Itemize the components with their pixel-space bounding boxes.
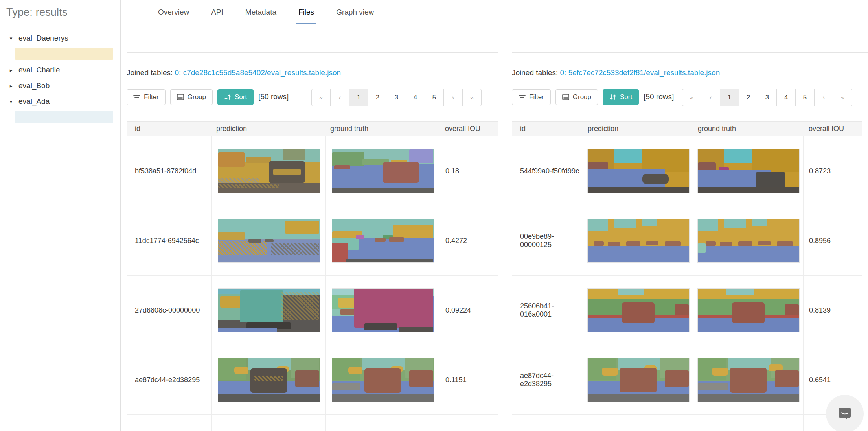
joined-tables-label: Joined tables: (512, 68, 558, 77)
id-cell: bf538a51-8782f04d (127, 136, 211, 206)
first-page-button[interactable]: « (682, 89, 701, 106)
table-row: ae87dc44-e2d38295 0.6541 (512, 345, 862, 415)
artifact-version-item[interactable] (15, 48, 113, 60)
prediction-segmentation-image[interactable] (218, 358, 320, 402)
page-title: Type: results (6, 6, 120, 18)
group-button[interactable]: Group (170, 89, 213, 105)
id-cell: ae87dc44-e2d38295 (127, 345, 211, 414)
joined-tables-link[interactable]: 0: 5efc7ec72c533def2f81/eval_results.tab… (560, 68, 720, 77)
panel-header-strip (512, 24, 868, 53)
prediction-cell (211, 276, 326, 345)
page-button-4[interactable]: 4 (406, 89, 425, 106)
prediction-segmentation-image[interactable] (218, 149, 320, 193)
sort-icon (609, 94, 616, 100)
last-page-button[interactable]: » (462, 89, 482, 106)
prediction-cell (583, 345, 693, 414)
artifact-tree: ▾ eval_Daenerys ▸ eval_Charlie ▸ eval_Bo… (6, 32, 120, 123)
table-row-partial (512, 415, 862, 431)
joined-tables-line: Joined tables: 0: 5efc7ec72c533def2f81/e… (512, 68, 868, 77)
pagination: «‹12345›» (682, 89, 852, 106)
page-button-3[interactable]: 3 (758, 89, 777, 106)
ground-truth-segmentation-image[interactable] (332, 288, 434, 332)
page-button-4[interactable]: 4 (776, 89, 796, 106)
table-row: ae87dc44-e2d38295 0.1151 (127, 345, 498, 415)
column-header-prediction[interactable]: prediction (583, 125, 693, 133)
tree-node-eval_daenerys[interactable]: ▾ eval_Daenerys (6, 32, 120, 44)
page-button-1[interactable]: 1 (720, 89, 739, 106)
last-page-button[interactable]: » (833, 89, 852, 106)
page-button-2[interactable]: 2 (739, 89, 758, 106)
artifact-version-item[interactable] (15, 111, 113, 123)
sort-icon (224, 94, 231, 100)
prediction-segmentation-image[interactable] (218, 288, 320, 332)
prediction-segmentation-image[interactable] (587, 219, 690, 263)
column-header-id[interactable]: id (127, 125, 211, 133)
tree-node-eval_ada[interactable]: ▾ eval_Ada (6, 95, 120, 108)
iou-cell: 0.1151 (440, 345, 498, 414)
sidebar: Type: results ▾ eval_Daenerys ▸ eval_Cha… (0, 0, 121, 431)
column-header-overall-iou[interactable]: overall IOU (803, 125, 862, 133)
tree-node-eval_bob[interactable]: ▸ eval_Bob (6, 79, 120, 92)
table-row: 00e9be89-00000125 0.8956 (512, 206, 862, 276)
group-button[interactable]: Group (555, 89, 598, 105)
page-button-1[interactable]: 1 (349, 89, 368, 106)
iou-cell (440, 415, 498, 431)
row-count-note: [50 rows] (644, 92, 674, 101)
filter-button[interactable]: Filter (512, 89, 551, 105)
sort-button[interactable]: Sort (217, 89, 254, 105)
tab-metadata[interactable]: Metadata (240, 0, 282, 24)
tab-overview[interactable]: Overview (153, 0, 195, 24)
sort-button[interactable]: Sort (603, 89, 639, 105)
tab-api[interactable]: API (206, 0, 229, 24)
caret-right-icon: ▸ (8, 67, 14, 73)
ground-truth-cell (693, 415, 803, 431)
prediction-segmentation-image[interactable] (587, 288, 690, 332)
column-header-ground-truth[interactable]: ground truth (326, 125, 440, 133)
prediction-segmentation-image[interactable] (218, 219, 320, 263)
tree-node-label: eval_Bob (18, 81, 50, 90)
ground-truth-cell (326, 276, 440, 345)
page-button-2[interactable]: 2 (368, 89, 387, 106)
prediction-segmentation-image[interactable] (587, 358, 690, 402)
joined-tables-line: Joined tables: 0: c7de28c1c55d5a8e5402/e… (127, 68, 498, 77)
ground-truth-segmentation-image[interactable] (697, 358, 800, 402)
tab-graph-view[interactable]: Graph view (331, 0, 379, 24)
column-header-overall-iou[interactable]: overall IOU (440, 125, 498, 133)
artifact-files-page: Type: results ▾ eval_Daenerys ▸ eval_Cha… (0, 0, 868, 431)
results-table: idpredictionground truthoverall IOU 544f… (512, 121, 862, 431)
prediction-segmentation-image[interactable] (587, 149, 690, 193)
prev-page-button[interactable]: ‹ (330, 89, 349, 106)
tab-bar: OverviewAPIMetadataFilesGraph view (121, 0, 868, 24)
prev-page-button[interactable]: ‹ (701, 89, 720, 106)
ground-truth-segmentation-image[interactable] (332, 358, 434, 402)
tab-files[interactable]: Files (293, 0, 320, 24)
id-cell: 11dc1774-6942564c (127, 206, 211, 275)
column-header-ground-truth[interactable]: ground truth (693, 125, 803, 133)
filter-button[interactable]: Filter (127, 89, 166, 105)
ground-truth-cell (693, 206, 803, 275)
column-header-id[interactable]: id (512, 125, 583, 133)
row-count-note: [50 rows] (258, 92, 289, 101)
tree-node-eval_charlie[interactable]: ▸ eval_Charlie (6, 64, 120, 76)
ground-truth-segmentation-image[interactable] (697, 219, 800, 263)
iou-cell: 0.8956 (803, 206, 862, 275)
next-page-button[interactable]: › (443, 89, 463, 106)
id-cell: 25606b41-016a0001 (512, 276, 583, 345)
first-page-button[interactable]: « (311, 89, 331, 106)
joined-tables-link[interactable]: 0: c7de28c1c55d5a8e5402/eval_results.tab… (175, 68, 341, 77)
table-header-row: idpredictionground truthoverall IOU (512, 122, 862, 136)
page-button-3[interactable]: 3 (387, 89, 406, 106)
next-page-button[interactable]: › (814, 89, 833, 106)
ground-truth-segmentation-image[interactable] (697, 288, 800, 332)
intercom-chat-button[interactable] (826, 395, 864, 431)
prediction-cell (211, 136, 326, 206)
table-row: 544f99a0-f50fd99c 0.8723 (512, 136, 862, 206)
page-button-5[interactable]: 5 (425, 89, 444, 106)
ground-truth-segmentation-image[interactable] (332, 149, 434, 193)
ground-truth-segmentation-image[interactable] (697, 149, 800, 193)
ground-truth-segmentation-image[interactable] (332, 219, 434, 263)
page-button-5[interactable]: 5 (795, 89, 815, 106)
column-header-prediction[interactable]: prediction (211, 125, 326, 133)
table-row: 27d6808c-00000000 0.09224 (127, 276, 498, 345)
ground-truth-cell (326, 206, 440, 275)
